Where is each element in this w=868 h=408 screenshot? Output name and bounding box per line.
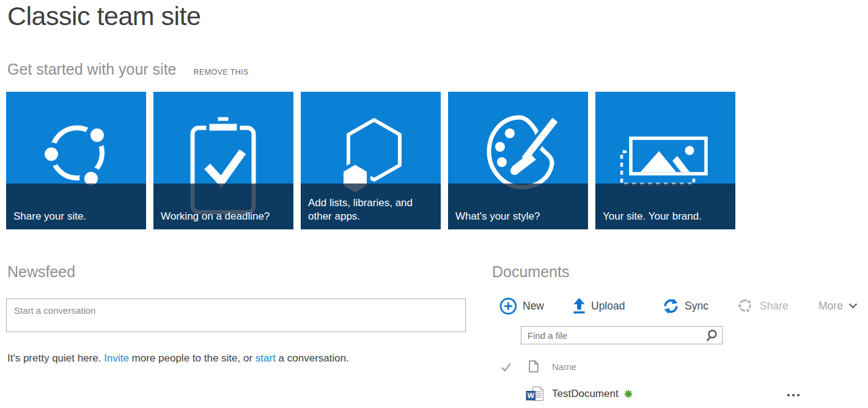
item-menu-ellipsis[interactable] — [787, 394, 800, 396]
document-link[interactable]: TestDocument — [552, 388, 633, 400]
getting-started-heading: Get started with your site — [7, 61, 177, 78]
find-a-file-searchbox — [521, 326, 723, 344]
more-menu-button[interactable]: More — [818, 294, 858, 317]
upload-button[interactable]: Upload — [573, 294, 625, 317]
tile-caption: Working on a deadline? — [153, 184, 293, 229]
search-button[interactable] — [700, 327, 722, 344]
share-icon — [736, 297, 754, 314]
tile-add-lists-libraries-apps[interactable]: Add lists, libraries, and other apps. — [301, 92, 441, 229]
sync-icon — [663, 298, 679, 314]
word-file-icon: W — [526, 387, 544, 402]
documents-heading: Documents — [492, 263, 569, 281]
file-type-column-icon[interactable] — [529, 360, 539, 373]
new-item-burst-icon — [624, 390, 633, 398]
new-button[interactable]: New — [499, 294, 544, 317]
invite-link[interactable]: Invite — [104, 352, 129, 364]
magnifier-icon — [705, 329, 718, 342]
sharepoint-classic-team-site: Classic team site Get started with your … — [0, 0, 868, 408]
name-column-header[interactable]: Name — [552, 362, 576, 372]
new-plus-icon — [499, 297, 517, 315]
find-a-file-input[interactable] — [521, 327, 700, 344]
palette-brush-icon — [482, 110, 562, 196]
tile-your-site-your-brand[interactable]: Your site. Your brand. — [595, 92, 735, 229]
chevron-down-icon — [848, 303, 858, 309]
page-title: Classic team site — [7, 1, 200, 31]
tile-caption: What's your style? — [448, 184, 588, 229]
svg-text:W: W — [528, 391, 535, 400]
getting-started-tiles: Share your site. Working on a deadline? … — [6, 92, 735, 229]
tile-caption: Add lists, libraries, and other apps. — [301, 184, 441, 229]
newsfeed-heading: Newsfeed — [7, 263, 75, 281]
remove-this-link[interactable]: REMOVE THIS — [194, 68, 249, 76]
sync-button[interactable]: Sync — [663, 294, 708, 317]
tile-share-your-site[interactable]: Share your site. — [6, 92, 146, 229]
tile-caption: Share your site. — [6, 184, 146, 229]
conversation-input[interactable] — [6, 299, 466, 332]
share-button[interactable]: Share — [736, 294, 789, 317]
tile-whats-your-style[interactable]: What's your style? — [448, 92, 588, 229]
newsfeed-empty-state: It's pretty quiet here. Invite more peop… — [7, 352, 349, 365]
document-row: W TestDocument — [492, 385, 866, 404]
tile-caption: Your site. Your brand. — [595, 184, 735, 229]
getting-started-header: Get started with your site REMOVE THIS — [7, 61, 249, 78]
documents-toolbar: New Upload Sync — [492, 294, 866, 317]
select-all-checkmark-icon[interactable] — [501, 363, 511, 371]
start-conversation-link[interactable]: start — [256, 352, 276, 364]
tile-working-on-a-deadline[interactable]: Working on a deadline? — [153, 92, 293, 229]
upload-icon — [573, 298, 586, 314]
